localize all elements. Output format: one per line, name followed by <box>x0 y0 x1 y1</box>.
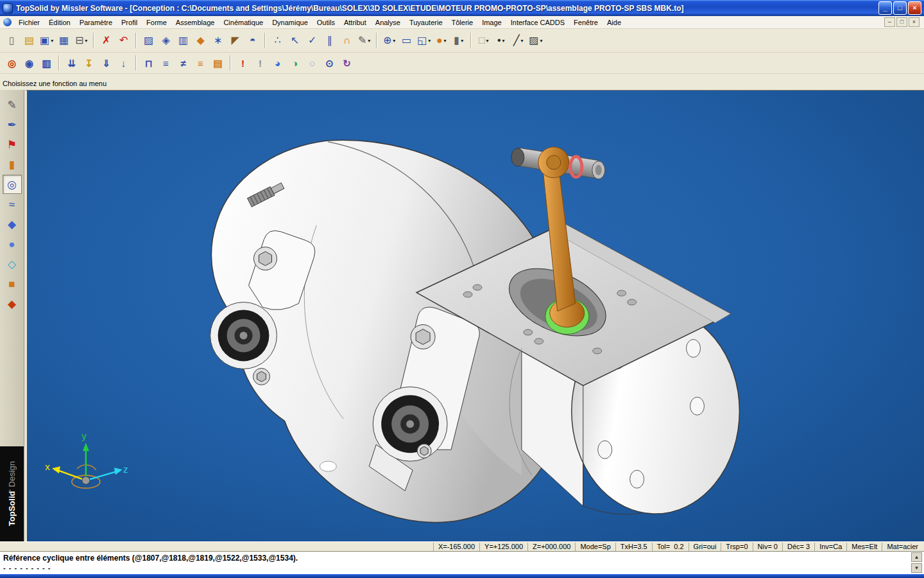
open-folder-button[interactable]: ▤ <box>21 32 38 49</box>
sidebar-part-button[interactable]: ◆ <box>3 294 22 313</box>
screw-down-button[interactable]: ↧ <box>80 55 98 71</box>
wrench-button[interactable]: ◆ <box>192 32 209 49</box>
dropdown-arrow-icon[interactable]: ▾ <box>461 38 463 44</box>
new-document-button[interactable]: ▯ <box>3 32 21 49</box>
menu-item-4[interactable]: Forme <box>142 17 171 28</box>
search-button[interactable]: ⊙ <box>321 55 338 71</box>
sidebar-probe-button[interactable]: ▮ <box>3 155 22 174</box>
scroll-down-icon[interactable]: ▼ <box>911 563 922 573</box>
dropdown-arrow-icon[interactable]: ▾ <box>85 38 87 44</box>
sidebar-flag-button[interactable]: ⚑ <box>3 135 22 154</box>
sidebar-sphere-button[interactable]: ● <box>3 234 22 254</box>
zoom-previous-button[interactable]: ◱▾ <box>415 32 432 49</box>
dropdown-arrow-icon[interactable]: ▾ <box>368 38 370 44</box>
select-arrow-button[interactable]: ↖ <box>286 32 304 49</box>
menu-item-13[interactable]: Image <box>477 17 506 28</box>
cad-model[interactable]: y x z <box>27 91 924 541</box>
dropdown-arrow-icon[interactable]: ▾ <box>540 38 542 44</box>
check-geometry-icon: ✓ <box>308 35 316 46</box>
clamp-button[interactable]: ⊓ <box>140 55 157 71</box>
dropdown-arrow-icon[interactable]: ▾ <box>444 38 447 44</box>
save-button[interactable]: ▣▾ <box>38 32 55 49</box>
sidebar-spring-button[interactable]: ≈ <box>3 195 22 214</box>
child-restore-button[interactable]: □ <box>896 17 907 27</box>
histogram-button[interactable]: ▥ <box>175 32 192 49</box>
zoom-document-button[interactable]: ◈ <box>157 32 175 49</box>
menu-item-5[interactable]: Assemblage <box>171 17 219 28</box>
menu-item-6[interactable]: Cinématique <box>219 17 268 28</box>
measure-point-button[interactable]: ∴ <box>269 32 286 49</box>
open-folder-icon: ▤ <box>24 35 34 46</box>
message-scrollbar[interactable]: ▲ ▼ <box>911 552 922 573</box>
sidebar-target-button[interactable]: ◎ <box>3 175 22 194</box>
line-style-button[interactable]: ╱▾ <box>509 32 527 49</box>
menu-item-15[interactable]: Fenêtre <box>569 17 603 28</box>
sidebar-solid-button[interactable]: ◆ <box>3 215 22 234</box>
zoom-window-button[interactable]: ▭ <box>398 32 415 49</box>
menu-item-3[interactable]: Profil <box>117 17 142 28</box>
columns-button[interactable]: ∥ <box>321 32 338 49</box>
stack-button[interactable]: ▤ <box>209 55 227 71</box>
screw-remove-button[interactable]: ↓ <box>115 55 132 71</box>
measure-pen-button[interactable]: ✎▾ <box>355 32 373 49</box>
child-close-button[interactable]: × <box>909 17 920 27</box>
align-orange-button[interactable]: ≡ <box>192 55 209 71</box>
sphere-tool-button[interactable]: ◑ <box>286 55 304 71</box>
rulers-button[interactable]: ▥ <box>38 55 55 71</box>
dropdown-arrow-icon[interactable]: ▾ <box>428 38 431 44</box>
dropdown-arrow-icon[interactable]: ▾ <box>502 38 505 44</box>
sidebar-surface-button[interactable]: ◇ <box>3 254 22 274</box>
refresh-button[interactable]: ↻ <box>338 55 355 71</box>
alert-gray-button[interactable]: ! <box>252 55 269 71</box>
concentric-button[interactable]: ◉ <box>21 55 38 71</box>
menu-item-7[interactable]: Dynamique <box>268 17 312 28</box>
screw-add-button[interactable]: ⇓ <box>98 55 115 71</box>
menu-item-1[interactable]: Édition <box>44 17 75 28</box>
hammer-button[interactable]: ◤ <box>227 32 244 49</box>
menu-item-2[interactable]: Paramètre <box>75 17 117 28</box>
star-tool-button[interactable]: ∗ <box>209 32 227 49</box>
dropdown-arrow-icon[interactable]: ▾ <box>521 38 524 44</box>
render-mode-button[interactable]: ●▾ <box>432 32 450 49</box>
align-horizontal-button[interactable]: ≡ <box>157 55 175 71</box>
align-add-button[interactable]: ≠ <box>175 55 192 71</box>
menu-item-14[interactable]: Interface CADDS <box>506 17 569 28</box>
minimize-button[interactable]: _ <box>878 1 892 15</box>
reference-target-button[interactable]: ◎ <box>3 55 21 71</box>
cell-button[interactable]: ▮▾ <box>450 32 467 49</box>
menu-item-16[interactable]: Aide <box>603 17 626 28</box>
menu-item-9[interactable]: Attribut <box>339 17 371 28</box>
point-style-button[interactable]: •▾ <box>492 32 509 49</box>
dropdown-arrow-icon[interactable]: ▾ <box>393 38 395 44</box>
sidebar-box-button[interactable]: ■ <box>3 274 22 293</box>
hook-button[interactable]: ∩ <box>338 32 355 49</box>
search-user-button[interactable]: ◌ <box>304 55 321 71</box>
alert-red-button[interactable]: ! <box>234 55 252 71</box>
move-arrows-button[interactable]: ⇊ <box>63 55 80 71</box>
cad-viewport[interactable]: y x z <box>24 90 924 541</box>
menu-item-11[interactable]: Tuyauterie <box>405 17 447 28</box>
color-swatch-button[interactable]: □▾ <box>475 32 492 49</box>
hatch-style-button[interactable]: ▨▾ <box>527 32 544 49</box>
menu-item-10[interactable]: Analyse <box>371 17 405 28</box>
copy-attributes-button[interactable]: ▨ <box>140 32 157 49</box>
restore-button[interactable]: □ <box>893 1 907 15</box>
child-minimize-button[interactable]: – <box>884 17 895 27</box>
eraser-button[interactable]: ◓ <box>244 32 261 49</box>
menu-item-0[interactable]: Fichier <box>14 17 44 28</box>
globe-button[interactable]: ◕ <box>269 55 286 71</box>
menu-item-12[interactable]: Tôlerie <box>447 17 478 28</box>
dropdown-arrow-icon[interactable]: ▾ <box>51 38 53 44</box>
print-button[interactable]: ⊟▾ <box>73 32 90 49</box>
delete-button[interactable]: ✗ <box>98 32 115 49</box>
menu-item-8[interactable]: Outils <box>312 17 339 28</box>
scroll-up-icon[interactable]: ▲ <box>911 552 922 562</box>
zoom-button[interactable]: ⊕▾ <box>381 32 398 49</box>
insert-image-button[interactable]: ▦ <box>55 32 73 49</box>
sidebar-draft-button[interactable]: ✒ <box>3 115 22 134</box>
check-geometry-button[interactable]: ✓ <box>304 32 321 49</box>
sidebar-sketch-button[interactable]: ✎ <box>3 95 22 114</box>
undo-button[interactable]: ↶ <box>115 32 132 49</box>
close-button[interactable]: × <box>908 1 921 15</box>
dropdown-arrow-icon[interactable]: ▾ <box>486 38 489 44</box>
